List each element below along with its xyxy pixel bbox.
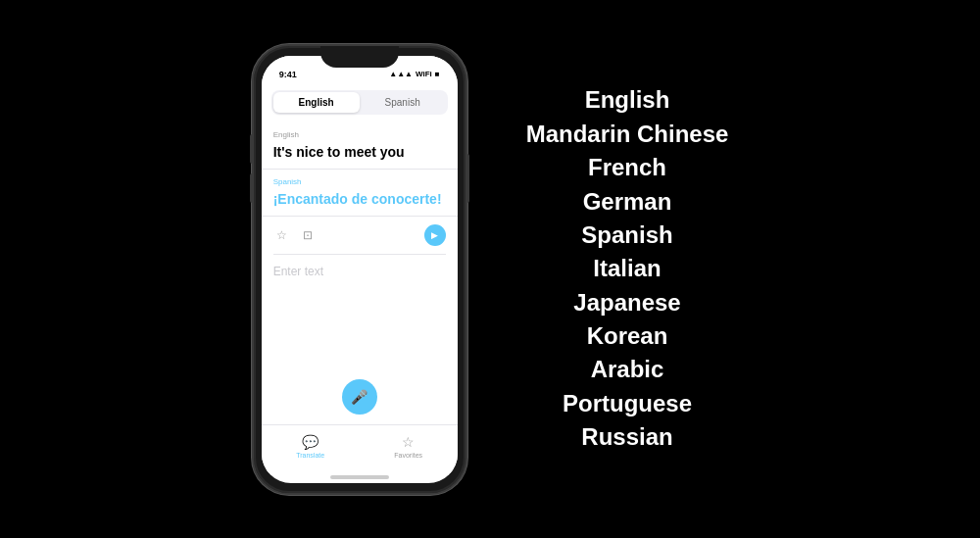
language-list-item: Korean bbox=[526, 320, 729, 352]
translate-tab-label: Translate bbox=[296, 452, 324, 459]
language-list: EnglishMandarin ChineseFrenchGermanSpani… bbox=[526, 84, 729, 453]
signal-icon: ▲▲▲ bbox=[389, 70, 413, 78]
main-container: 9:41 ▲▲▲ WiFi ■ English Spanish English … bbox=[0, 0, 980, 538]
language-list-item: French bbox=[526, 152, 729, 183]
source-text: It's nice to meet you bbox=[273, 143, 446, 161]
wifi-icon: WiFi bbox=[416, 70, 432, 78]
notch bbox=[320, 46, 399, 68]
home-indicator bbox=[330, 475, 389, 479]
status-time: 9:41 bbox=[279, 70, 297, 79]
favorites-tab-label: Favorites bbox=[394, 452, 422, 459]
language-tabs: English Spanish bbox=[271, 90, 448, 115]
translate-icon: 💬 bbox=[302, 434, 318, 450]
source-translation-panel: English It's nice to meet you bbox=[262, 122, 458, 170]
target-lang-label: Spanish bbox=[273, 177, 446, 186]
target-translation-panel: Spanish ¡Encantado de conocerte! bbox=[262, 170, 458, 216]
action-icons-left: ☆ ⊡ bbox=[273, 226, 317, 244]
language-list-item: Portuguese bbox=[526, 388, 729, 419]
favorite-icon[interactable]: ☆ bbox=[273, 226, 291, 244]
target-language-tab[interactable]: Spanish bbox=[360, 92, 446, 113]
power-button bbox=[466, 154, 469, 203]
phone-screen: 9:41 ▲▲▲ WiFi ■ English Spanish English … bbox=[262, 56, 458, 483]
volume-up-button bbox=[250, 134, 253, 164]
microphone-button[interactable]: 🎤 bbox=[342, 379, 377, 415]
battery-icon: ■ bbox=[435, 70, 440, 78]
phone-mockup: 9:41 ▲▲▲ WiFi ■ English Spanish English … bbox=[252, 44, 467, 495]
target-text: ¡Encantado de conocerte! bbox=[273, 190, 446, 208]
translation-content: English It's nice to meet you Spanish ¡E… bbox=[262, 122, 458, 424]
play-button[interactable]: ▶ bbox=[424, 224, 446, 246]
source-lang-label: English bbox=[273, 130, 446, 139]
tab-bar: 💬 Translate ☆ Favorites bbox=[262, 424, 458, 473]
source-language-tab[interactable]: English bbox=[273, 92, 360, 113]
status-icons: ▲▲▲ WiFi ■ bbox=[389, 70, 439, 78]
language-list-container: EnglishMandarin ChineseFrenchGermanSpani… bbox=[526, 84, 729, 453]
input-area: Enter text 🎤 bbox=[262, 255, 458, 424]
input-placeholder[interactable]: Enter text bbox=[273, 265, 323, 278]
favorites-tab[interactable]: ☆ Favorites bbox=[394, 434, 422, 459]
favorites-icon: ☆ bbox=[402, 434, 415, 450]
language-list-item: Mandarin Chinese bbox=[526, 119, 729, 150]
language-list-item: Japanese bbox=[526, 287, 729, 318]
language-list-item: Italian bbox=[526, 253, 729, 284]
language-list-item: German bbox=[526, 186, 729, 218]
language-list-item: Spanish bbox=[526, 220, 729, 251]
translate-tab[interactable]: 💬 Translate bbox=[296, 434, 324, 459]
copy-icon[interactable]: ⊡ bbox=[299, 226, 317, 244]
volume-down-button bbox=[250, 173, 253, 203]
language-list-item: Russian bbox=[526, 421, 729, 453]
language-list-item: English bbox=[526, 84, 729, 116]
language-list-item: Arabic bbox=[526, 354, 729, 385]
action-row: ☆ ⊡ ▶ bbox=[262, 216, 458, 254]
